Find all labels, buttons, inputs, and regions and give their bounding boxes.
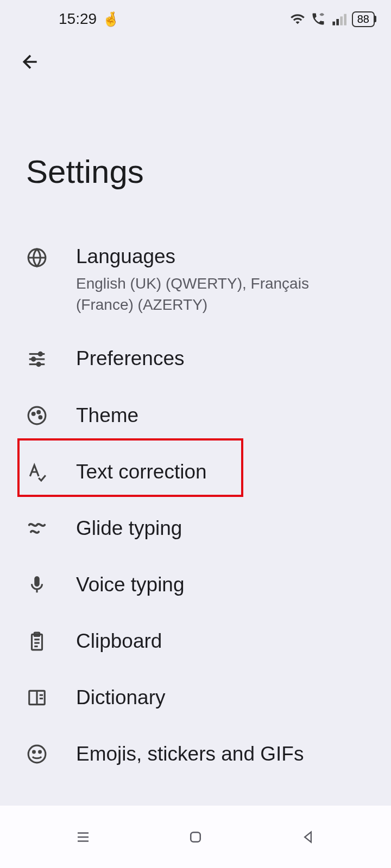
svg-point-10: [37, 362, 40, 366]
svg-point-12: [32, 412, 35, 415]
wifi-call-icon: [311, 11, 326, 27]
settings-item-theme[interactable]: Theme: [0, 387, 391, 444]
svg-point-25: [33, 751, 35, 753]
status-time: 15:29: [59, 10, 97, 28]
svg-point-9: [32, 357, 35, 360]
back-button[interactable]: [0, 38, 61, 86]
home-button[interactable]: [185, 826, 206, 848]
status-left: 15:29 🤞: [59, 10, 119, 28]
svg-point-24: [28, 745, 46, 763]
status-right: 88: [290, 11, 375, 27]
emoji-icon: 🤞: [102, 11, 119, 28]
svg-point-8: [39, 352, 42, 355]
item-title: Emojis, stickers and GIFs: [76, 741, 365, 767]
wifi-icon: [290, 11, 305, 27]
item-content: Dictionary: [76, 685, 365, 711]
item-content: Preferences: [76, 346, 365, 372]
settings-item-languages[interactable]: Languages English (UK) (QWERTY), Françai…: [0, 228, 391, 330]
recent-apps-button[interactable]: [72, 826, 94, 848]
item-content: Emojis, stickers and GIFs: [76, 741, 365, 767]
item-content: Languages English (UK) (QWERTY), Françai…: [76, 244, 365, 315]
item-title: Dictionary: [76, 685, 365, 711]
item-title: Glide typing: [76, 515, 365, 541]
settings-item-voice-typing[interactable]: Voice typing: [0, 557, 391, 613]
battery-indicator: 88: [352, 11, 375, 27]
svg-rect-30: [191, 832, 200, 842]
status-bar: 15:29 🤞 88: [0, 0, 391, 38]
smiley-icon: [26, 743, 48, 765]
svg-point-26: [39, 751, 41, 753]
item-content: Clipboard: [76, 628, 365, 654]
svg-point-14: [39, 416, 42, 418]
item-title: Preferences: [76, 346, 365, 372]
settings-item-dictionary[interactable]: Dictionary: [0, 669, 391, 726]
clipboard-icon: [26, 630, 48, 652]
svg-point-13: [37, 411, 40, 413]
svg-rect-2: [340, 16, 343, 25]
settings-item-preferences[interactable]: Preferences: [0, 330, 391, 387]
back-nav-button[interactable]: [297, 826, 319, 848]
item-title: Theme: [76, 403, 365, 429]
settings-item-emojis[interactable]: Emojis, stickers and GIFs: [0, 726, 391, 782]
item-content: Glide typing: [76, 515, 365, 541]
svg-rect-3: [344, 14, 346, 25]
page-title: Settings: [0, 88, 391, 218]
book-icon: [26, 687, 48, 709]
settings-item-glide-typing[interactable]: Glide typing: [0, 500, 391, 557]
svg-rect-1: [336, 19, 339, 25]
globe-icon: [26, 247, 48, 269]
svg-point-11: [28, 407, 46, 424]
signal-icon: [331, 11, 346, 27]
text-check-icon: [26, 461, 48, 483]
item-content: Text correction: [76, 459, 365, 485]
svg-rect-0: [332, 22, 335, 25]
mic-icon: [26, 574, 48, 596]
item-title: Clipboard: [76, 628, 365, 654]
navigation-bar: [0, 806, 391, 868]
item-title: Voice typing: [76, 572, 365, 598]
palette-icon: [26, 405, 48, 426]
item-title: Text correction: [76, 459, 365, 485]
item-content: Theme: [76, 403, 365, 429]
settings-item-clipboard[interactable]: Clipboard: [0, 613, 391, 669]
settings-item-text-correction[interactable]: Text correction: [0, 444, 391, 500]
sliders-icon: [26, 348, 48, 370]
item-content: Voice typing: [76, 572, 365, 598]
squiggle-icon: [26, 518, 48, 539]
settings-list: Languages English (UK) (QWERTY), Françai…: [0, 218, 391, 793]
item-title: Languages: [76, 244, 365, 270]
item-subtitle: English (UK) (QWERTY), Français (France)…: [76, 273, 365, 315]
